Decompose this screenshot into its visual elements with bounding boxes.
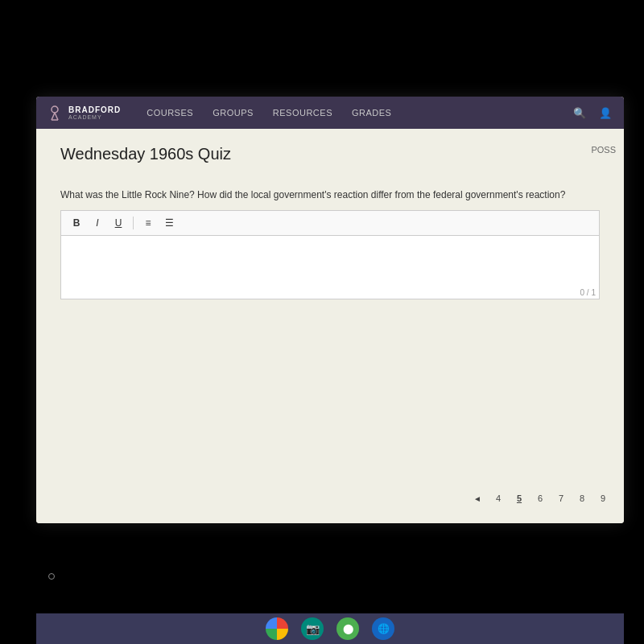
logo-icon (46, 104, 64, 122)
taskbar-dot (48, 573, 55, 580)
quiz-title: Wednesday 1960s Quiz (60, 145, 600, 163)
editor-area[interactable]: 0 / 1 (60, 235, 600, 299)
nav-resources[interactable]: RESOURCES (271, 105, 334, 121)
nav-icons: 🔍 👤 (571, 104, 614, 122)
meet-icon[interactable]: 📷 (301, 617, 324, 640)
italic-button[interactable]: I (89, 214, 106, 232)
taskbar: 📷 ⬤ 🌐 (36, 613, 624, 644)
logo-subtitle: ACADEMY (68, 114, 121, 121)
editor-toolbar: B I U ≡ ☰ (60, 210, 600, 235)
navbar: BRADFORD ACADEMY COURSES GROUPS RESOURCE… (36, 97, 624, 129)
logo-title: BRADFORD (68, 105, 121, 114)
toolbar-separator-1 (133, 217, 134, 229)
chrome-icon[interactable] (266, 617, 288, 640)
nav-courses[interactable]: COURSES (145, 105, 195, 121)
ordered-list-button[interactable]: ≡ (139, 214, 157, 232)
app-icon-3[interactable]: ⬤ (336, 617, 359, 640)
page-9-button[interactable]: 9 (594, 489, 612, 507)
svg-line-1 (52, 113, 55, 120)
char-count: 0 / 1 (580, 288, 596, 297)
search-icon[interactable]: 🔍 (571, 104, 588, 122)
pagination: ◄ 4 5 6 7 8 9 (469, 489, 612, 507)
app-icon-4[interactable]: 🌐 (372, 617, 394, 640)
page-8-button[interactable]: 8 (573, 489, 591, 507)
page-4-button[interactable]: 4 (489, 489, 507, 507)
logo-area: BRADFORD ACADEMY (46, 104, 121, 122)
logo-text: BRADFORD ACADEMY (68, 105, 121, 121)
page-6-button[interactable]: 6 (531, 489, 549, 507)
nav-grades[interactable]: GRADES (350, 105, 393, 121)
underline-button[interactable]: U (109, 214, 127, 232)
possible-points: POSS (591, 145, 616, 155)
bold-button[interactable]: B (68, 214, 85, 232)
page-5-button[interactable]: 5 (510, 489, 528, 507)
page-7-button[interactable]: 7 (552, 489, 570, 507)
prev-page-button[interactable]: ◄ (469, 489, 486, 507)
unordered-list-button[interactable]: ☰ (160, 214, 178, 232)
screen: BRADFORD ACADEMY COURSES GROUPS RESOURCE… (36, 97, 624, 523)
content-area: POSS Wednesday 1960s Quiz What was the L… (36, 129, 624, 523)
user-icon[interactable]: 👤 (597, 104, 614, 122)
question-text: What was the Little Rock Nine? How did t… (60, 188, 600, 202)
svg-point-0 (52, 106, 58, 113)
nav-groups[interactable]: GROUPS (211, 105, 255, 121)
svg-line-2 (55, 113, 58, 120)
